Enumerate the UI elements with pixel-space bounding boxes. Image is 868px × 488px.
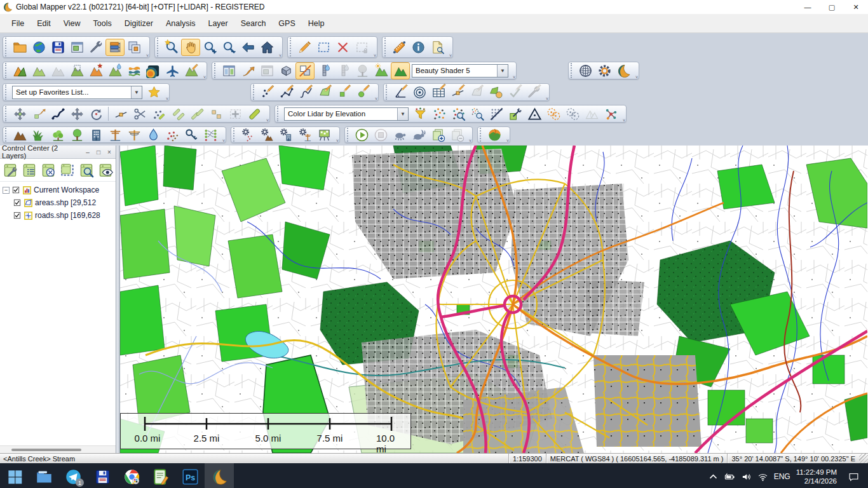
toolbar-options-chevron[interactable]: ˅ xyxy=(146,53,149,58)
configuration-button[interactable] xyxy=(86,39,105,56)
lidar-combo-dropdown-arrow[interactable]: ▼ xyxy=(397,108,408,120)
save-workspace-button[interactable] xyxy=(48,39,67,56)
slower-button[interactable] xyxy=(390,126,409,144)
resize-grip[interactable] xyxy=(859,454,868,463)
control-center-header[interactable]: Control Center (2 Layers) – □ × xyxy=(0,146,116,159)
toolbar-options-chevron[interactable]: ˅ xyxy=(279,53,281,58)
toolbar-options-chevron[interactable]: ˅ xyxy=(506,139,509,143)
language-indicator[interactable]: ENG xyxy=(774,472,790,481)
toolbar-grip[interactable] xyxy=(384,37,388,57)
menu-help[interactable]: Help xyxy=(302,17,331,30)
lidar-group-gray-button[interactable] xyxy=(563,105,582,123)
shader-combo-dropdown-arrow[interactable]: ▼ xyxy=(497,65,508,77)
create-area-button[interactable] xyxy=(315,84,334,101)
panel-close-button[interactable]: × xyxy=(105,149,114,156)
class-keypoint-button[interactable] xyxy=(182,126,201,144)
lidar-combo[interactable]: Color Lidar by Elevation▼ xyxy=(284,107,409,121)
move-selected-button[interactable] xyxy=(67,105,86,123)
create-grid-button[interactable] xyxy=(429,84,448,101)
create-range-rings-button[interactable] xyxy=(410,84,429,101)
fire-risk-button[interactable] xyxy=(86,62,105,79)
toolbar-grip[interactable] xyxy=(253,85,256,100)
battery-icon[interactable] xyxy=(724,471,735,482)
zoom-out-button[interactable] xyxy=(219,39,238,56)
watershed-button[interactable] xyxy=(105,62,125,79)
class-transfer-button[interactable] xyxy=(201,126,220,144)
compare-terrain-button[interactable] xyxy=(125,62,144,79)
layer-options-button[interactable] xyxy=(1,161,20,179)
toolbar-grip[interactable] xyxy=(5,128,8,142)
layer-tree-item[interactable]: roads.shp [169,628 xyxy=(0,209,116,222)
online-sources-button[interactable] xyxy=(576,62,595,79)
create-rectangle-button[interactable] xyxy=(334,84,353,101)
rotate-feature-button[interactable] xyxy=(86,105,105,123)
layer-checkbox[interactable] xyxy=(13,198,22,207)
panel-horizontal-scrollbar[interactable] xyxy=(0,445,116,453)
class-noise-button[interactable] xyxy=(163,126,182,144)
menu-gps[interactable]: GPS xyxy=(272,17,301,30)
eraser-tool-button[interactable] xyxy=(245,105,264,123)
create-freehand-button[interactable] xyxy=(296,84,315,101)
toolbar-options-chevron[interactable]: ˅ xyxy=(469,139,471,143)
replicate-features-button[interactable] xyxy=(207,105,226,123)
toolbar-grip[interactable] xyxy=(277,106,280,121)
wifi-icon[interactable] xyxy=(757,471,768,482)
copy-features-button[interactable] xyxy=(168,105,187,123)
toolbar-grip[interactable] xyxy=(214,63,217,78)
processing-settings-button[interactable] xyxy=(595,62,614,79)
toggle-2d-3d-button[interactable] xyxy=(295,62,315,79)
menu-analysis[interactable]: Analysis xyxy=(159,17,202,30)
photoshop-button[interactable]: Ps xyxy=(175,463,205,488)
delete-selected-button[interactable] xyxy=(333,39,352,56)
toolbar-grip[interactable] xyxy=(5,85,8,100)
zoom-in-button[interactable] xyxy=(200,39,219,56)
scrollbar-thumb[interactable] xyxy=(11,449,81,451)
menu-edit[interactable]: Edit xyxy=(31,17,57,30)
lidar-zoom-small-button[interactable] xyxy=(468,105,487,123)
edit-vertices-button[interactable] xyxy=(48,105,67,123)
favorites-combo[interactable]: Set up Favorites List...▼ xyxy=(12,86,142,99)
toolbar-grip[interactable] xyxy=(5,106,8,121)
toolbar-options-chevron[interactable]: ˅ xyxy=(546,97,548,101)
toolbar-grip[interactable] xyxy=(480,128,483,142)
lidar-filter-button[interactable] xyxy=(410,105,430,123)
class-high-veg-button[interactable] xyxy=(67,126,86,144)
toolbar-options-chevron[interactable]: ˅ xyxy=(266,118,269,123)
toolbar-grip[interactable] xyxy=(386,85,389,100)
clock[interactable]: 11:22:49 PM 2/14/2026 xyxy=(796,468,837,485)
open-file-button[interactable] xyxy=(10,39,29,56)
close-button[interactable]: ✕ xyxy=(844,0,868,14)
zoom-tool-button[interactable] xyxy=(162,39,181,56)
overlay-manager-button[interactable] xyxy=(125,39,144,56)
auto-classify-building-button[interactable] xyxy=(276,126,295,144)
class-ground-button[interactable] xyxy=(10,126,29,144)
layer-metadata-button[interactable] xyxy=(20,161,39,179)
toolbar-options-chevron[interactable]: ˅ xyxy=(635,75,638,79)
chrome-button[interactable] xyxy=(117,463,146,488)
class-powerline-button[interactable] xyxy=(125,126,144,144)
layer-close-button[interactable] xyxy=(39,161,58,179)
toolbar-grip[interactable] xyxy=(157,37,160,57)
toolbar-options-chevron[interactable]: ˅ xyxy=(222,139,225,143)
fly-through-button[interactable] xyxy=(163,62,182,79)
lidar-group-orange-button[interactable] xyxy=(544,105,563,123)
menu-tools[interactable]: Tools xyxy=(87,17,118,30)
toolbar-grip[interactable] xyxy=(290,37,293,57)
toolbar-grip[interactable] xyxy=(233,128,236,142)
snap-vertex-button[interactable] xyxy=(111,105,130,123)
action-center-button[interactable] xyxy=(843,463,864,488)
favorites-star-button[interactable] xyxy=(144,84,163,101)
maximize-button[interactable]: ▢ xyxy=(820,0,844,14)
open-online-data-button[interactable] xyxy=(29,39,48,56)
notepad-button[interactable] xyxy=(146,463,175,488)
class-pole-button[interactable] xyxy=(105,126,125,144)
control-center-button[interactable] xyxy=(105,39,125,56)
file-explorer-button[interactable] xyxy=(29,463,58,488)
global-mapper-button[interactable] xyxy=(205,463,234,488)
map-view[interactable]: 0.0 mi 2.5 mi 5.0 mi 7.5 mi 10.0 mi xyxy=(120,146,868,453)
toolbar-options-chevron[interactable]: ˅ xyxy=(374,53,376,58)
play-animation-button[interactable] xyxy=(352,126,371,144)
split-view-button[interactable] xyxy=(219,62,238,79)
create-line-button[interactable] xyxy=(277,84,296,101)
map-layout-button[interactable] xyxy=(67,39,86,56)
